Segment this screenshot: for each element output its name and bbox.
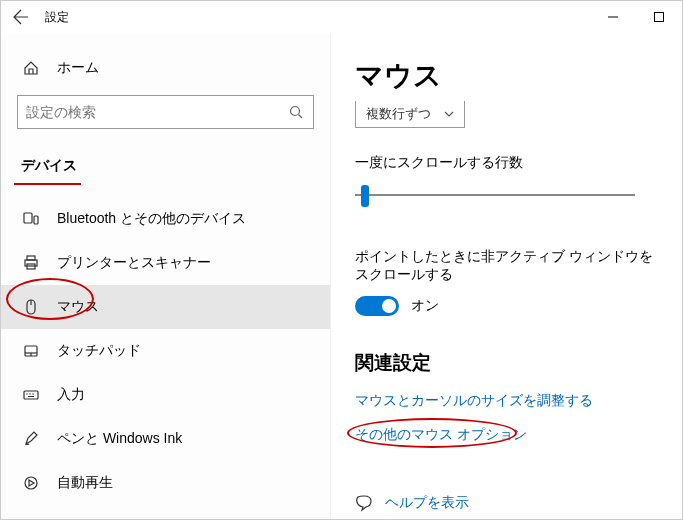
annotation-underline (14, 183, 81, 185)
minimize-button[interactable] (590, 1, 636, 33)
nav-label: タッチパッド (57, 342, 141, 360)
inactive-scroll-toggle[interactable] (355, 296, 399, 316)
scroll-lines-label: 一度にスクロールする行数 (355, 154, 662, 172)
svg-point-16 (29, 393, 30, 394)
sidebar-item-typing[interactable]: 入力 (1, 373, 330, 417)
svg-point-17 (32, 393, 33, 394)
toggle-state-label: オン (411, 297, 439, 315)
link-mouse-options[interactable]: その他のマウス オプション (355, 426, 527, 444)
settings-window: 設定 ホーム デバイス (0, 0, 683, 520)
help-row: ヘルプを表示 (355, 494, 662, 512)
inactive-scroll-label: ポイントしたときに非アクティブ ウィンドウをスクロールする (355, 248, 662, 284)
svg-line-3 (299, 115, 303, 119)
keyboard-icon (21, 387, 41, 403)
slider-track (355, 194, 635, 196)
nav-label: ペンと Windows Ink (57, 430, 182, 448)
category-header: デバイス (1, 149, 330, 183)
svg-rect-5 (34, 216, 38, 224)
svg-rect-4 (24, 213, 32, 223)
window-title: 設定 (45, 9, 69, 26)
sidebar-item-mouse[interactable]: マウス (1, 285, 330, 329)
svg-point-2 (291, 107, 300, 116)
home-button[interactable]: ホーム (1, 49, 330, 87)
link-cursor-size[interactable]: マウスとカーソルのサイズを調整する (355, 392, 662, 410)
devices-icon (21, 211, 41, 227)
mouse-icon (21, 299, 41, 315)
svg-rect-1 (655, 13, 664, 22)
nav-label: マウス (57, 298, 99, 316)
nav-list: Bluetooth とその他のデバイス プリンターとスキャナー マウス (1, 197, 330, 505)
help-link[interactable]: ヘルプを表示 (385, 494, 469, 512)
touchpad-icon (21, 343, 41, 359)
related-settings-header: 関連設定 (355, 350, 662, 376)
page-title: マウス (355, 57, 662, 95)
svg-rect-6 (27, 256, 35, 260)
sidebar-item-bluetooth[interactable]: Bluetooth とその他のデバイス (1, 197, 330, 241)
window-body: ホーム デバイス Bluetooth とその他のデバイス (1, 33, 682, 519)
back-button[interactable] (9, 5, 33, 29)
help-icon (355, 494, 373, 512)
titlebar: 設定 (1, 1, 682, 33)
sidebar-item-printers[interactable]: プリンターとスキャナー (1, 241, 330, 285)
nav-label: Bluetooth とその他のデバイス (57, 210, 246, 228)
content-area: マウス 複数行ずつ 一度にスクロールする行数 ポイントしたときに非アクティブ ウ… (331, 33, 682, 519)
svg-rect-14 (24, 391, 38, 399)
sidebar-item-pen[interactable]: ペンと Windows Ink (1, 417, 330, 461)
printer-icon (21, 255, 41, 271)
pen-icon (21, 431, 41, 447)
scroll-lines-slider[interactable] (355, 184, 635, 208)
search-input[interactable] (26, 104, 287, 120)
svg-point-15 (26, 393, 27, 394)
sidebar-item-touchpad[interactable]: タッチパッド (1, 329, 330, 373)
svg-point-19 (25, 477, 37, 489)
chevron-down-icon (444, 111, 454, 117)
sidebar-item-autoplay[interactable]: 自動再生 (1, 461, 330, 505)
nav-label: プリンターとスキャナー (57, 254, 211, 272)
slider-thumb[interactable] (361, 185, 369, 207)
maximize-button[interactable] (636, 1, 682, 33)
toggle-knob (382, 299, 396, 313)
nav-label: 入力 (57, 386, 85, 404)
home-icon (21, 60, 41, 76)
search-icon (287, 103, 305, 121)
home-label: ホーム (57, 59, 99, 77)
scroll-mode-dropdown[interactable]: 複数行ずつ (355, 101, 465, 128)
autoplay-icon (21, 475, 41, 491)
nav-label: 自動再生 (57, 474, 113, 492)
sidebar: ホーム デバイス Bluetooth とその他のデバイス (1, 33, 331, 519)
search-box[interactable] (17, 95, 314, 129)
